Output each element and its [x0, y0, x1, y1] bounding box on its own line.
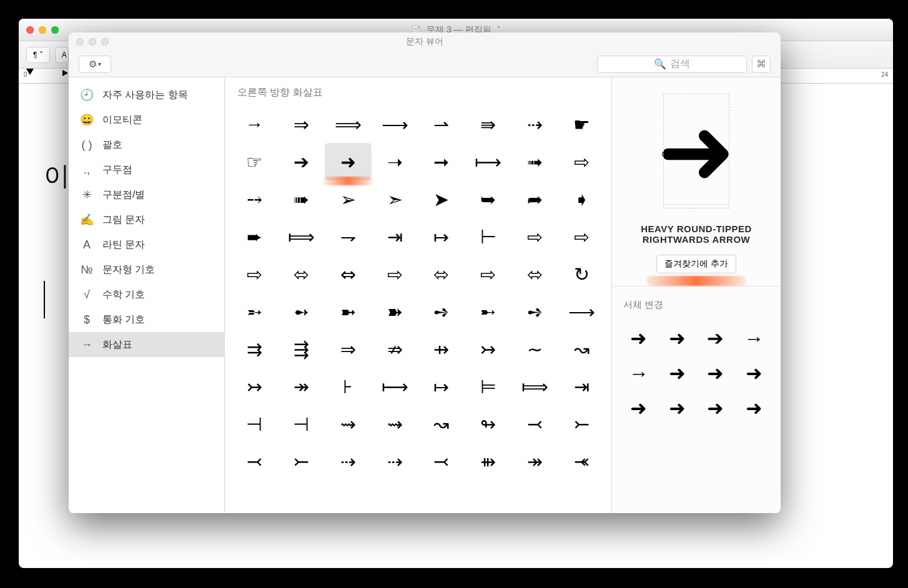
sidebar-item-1[interactable]: 😀이모티콘	[69, 107, 224, 132]
character-cell[interactable]: ⇸	[418, 330, 465, 368]
character-cell[interactable]: ⬄	[511, 255, 558, 293]
character-cell[interactable]: ⇉	[231, 330, 278, 368]
tab-marker-icon[interactable]	[62, 70, 68, 76]
character-cell[interactable]: ➥	[465, 180, 511, 218]
category-sidebar[interactable]: 🕘자주 사용하는 항목😀이모티콘( )괄호.,구두점✳구분점/별✍그림 문자A라…	[69, 77, 225, 513]
font-variant-cell[interactable]: ➜	[658, 356, 697, 391]
character-cell[interactable]: ⟼	[372, 368, 418, 405]
font-variant-cell[interactable]: ➜	[735, 391, 774, 426]
toolbar-button[interactable]: A	[55, 47, 69, 63]
font-variant-cell[interactable]: ➜	[658, 321, 697, 356]
character-cell[interactable]: ➟	[511, 143, 558, 180]
sidebar-item-7[interactable]: №문자형 기호	[69, 257, 224, 282]
character-cell[interactable]: ↬	[465, 405, 511, 443]
sidebar-item-6[interactable]: A라틴 문자	[69, 232, 224, 257]
character-cell[interactable]: ⤚	[558, 405, 605, 443]
character-cell[interactable]: ➼	[325, 293, 372, 330]
sidebar-item-10[interactable]: →화살표	[69, 332, 224, 357]
character-cell[interactable]: ➸	[465, 293, 511, 330]
character-cell[interactable]: ⇒	[278, 105, 325, 143]
character-cell[interactable]: ➻	[278, 293, 325, 330]
character-cell[interactable]: ➺	[511, 293, 558, 330]
character-cell[interactable]: ☛	[558, 105, 605, 143]
character-cell[interactable]: ➵	[231, 293, 278, 330]
character-cell[interactable]: ➺	[418, 293, 465, 330]
character-cell[interactable]: ⟾	[511, 368, 558, 405]
character-cell[interactable]: ⇨	[231, 255, 278, 293]
character-cell[interactable]: ⤙	[511, 405, 558, 443]
character-cell[interactable]: ⊦	[325, 368, 372, 405]
sidebar-item-4[interactable]: ✳구분점/별	[69, 182, 224, 207]
character-cell[interactable]: ⤙	[418, 443, 465, 480]
character-cell[interactable]: ⇨	[558, 143, 605, 180]
zoom-icon[interactable]	[51, 26, 59, 34]
character-cell[interactable]: ⟶	[372, 105, 418, 143]
close-icon[interactable]	[26, 26, 34, 34]
character-cell[interactable]: ⇥	[558, 368, 605, 405]
font-variant-cell[interactable]: ➜	[658, 391, 697, 426]
search-input[interactable]: 🔍 검색	[597, 56, 747, 73]
character-cell[interactable]: ⇨	[511, 218, 558, 255]
font-variant-cell[interactable]: ➜	[619, 321, 658, 356]
close-icon[interactable]	[76, 38, 84, 46]
viewer-traffic-lights[interactable]	[76, 38, 109, 46]
character-cell[interactable]: ⇢	[511, 105, 558, 143]
character-cell[interactable]: ➣	[372, 180, 418, 218]
character-cell[interactable]: ∼	[511, 330, 558, 368]
sidebar-item-0[interactable]: 🕘자주 사용하는 항목	[69, 82, 224, 107]
character-cell[interactable]: ⤚	[278, 443, 325, 480]
character-cell[interactable]: ⟾	[278, 218, 325, 255]
character-cell[interactable]: ⤙	[231, 443, 278, 480]
character-cell[interactable]: ⇒	[325, 330, 372, 368]
font-variant-cell[interactable]: ➜	[696, 356, 735, 391]
character-cell[interactable]: ⬄	[418, 255, 465, 293]
sidebar-item-2[interactable]: ( )괄호	[69, 132, 224, 157]
minimize-icon[interactable]	[39, 26, 46, 34]
character-cell[interactable]: ⇝	[372, 405, 418, 443]
character-cell[interactable]: ⤛	[558, 443, 605, 480]
character-cell[interactable]: ⇔	[325, 255, 372, 293]
keyboard-toggle-button[interactable]: ⌘	[752, 56, 771, 73]
character-cell[interactable]: ⇢	[325, 443, 372, 480]
character-cell[interactable]: ➔	[278, 143, 325, 180]
character-cell[interactable]: ⇢	[372, 443, 418, 480]
character-cell[interactable]: ↣	[231, 368, 278, 405]
font-variant-cell[interactable]: ➔	[696, 321, 735, 356]
character-cell[interactable]: ↦	[418, 218, 465, 255]
character-cell[interactable]: ➽	[372, 293, 418, 330]
font-variant-cell[interactable]: →	[735, 321, 774, 356]
character-cell[interactable]: ↣	[465, 330, 511, 368]
character-cell[interactable]: ⇨	[372, 255, 418, 293]
character-cell[interactable]: ➨	[231, 218, 278, 255]
character-cell[interactable]: ➦	[511, 180, 558, 218]
character-cell[interactable]: ⟼	[465, 143, 511, 180]
character-cell[interactable]: ⇛	[465, 105, 511, 143]
character-cell[interactable]: ⇀	[418, 105, 465, 143]
character-cell[interactable]: ↦	[418, 368, 465, 405]
sidebar-item-3[interactable]: .,구두점	[69, 157, 224, 182]
font-variant-cell[interactable]: ➜	[735, 356, 774, 391]
character-cell[interactable]: ↻	[558, 255, 605, 293]
character-cell[interactable]: ➠	[278, 180, 325, 218]
character-cell[interactable]: ⇏	[372, 330, 418, 368]
character-cell[interactable]: ⇶	[278, 330, 325, 368]
font-variant-cell[interactable]: →	[619, 356, 658, 391]
character-cell[interactable]: ➝	[372, 143, 418, 180]
character-cell[interactable]: ↠	[278, 368, 325, 405]
character-cell[interactable]: ⊣	[231, 405, 278, 443]
font-variant-cell[interactable]: ➜	[619, 391, 658, 426]
add-favorite-button[interactable]: 즐겨찾기에 추가	[656, 255, 736, 273]
character-cell[interactable]: ⇁	[325, 218, 372, 255]
character-cell[interactable]: ⤍	[231, 180, 278, 218]
character-cell[interactable]: ⇝	[325, 405, 372, 443]
character-cell[interactable]: ⟹	[325, 105, 372, 143]
character-cell[interactable]: ⟶	[558, 293, 605, 330]
character-cell[interactable]: ↠	[511, 443, 558, 480]
character-cell[interactable]: ⊨	[465, 368, 511, 405]
character-cell[interactable]: ➢	[325, 180, 372, 218]
character-cell[interactable]: ⊣	[278, 405, 325, 443]
character-cell[interactable]: ↝	[558, 330, 605, 368]
character-cell[interactable]: ⇥	[372, 218, 418, 255]
paragraph-dropdown-button[interactable]: ¶ ˅	[26, 47, 50, 63]
settings-button[interactable]: ⚙ ▾	[79, 56, 111, 73]
